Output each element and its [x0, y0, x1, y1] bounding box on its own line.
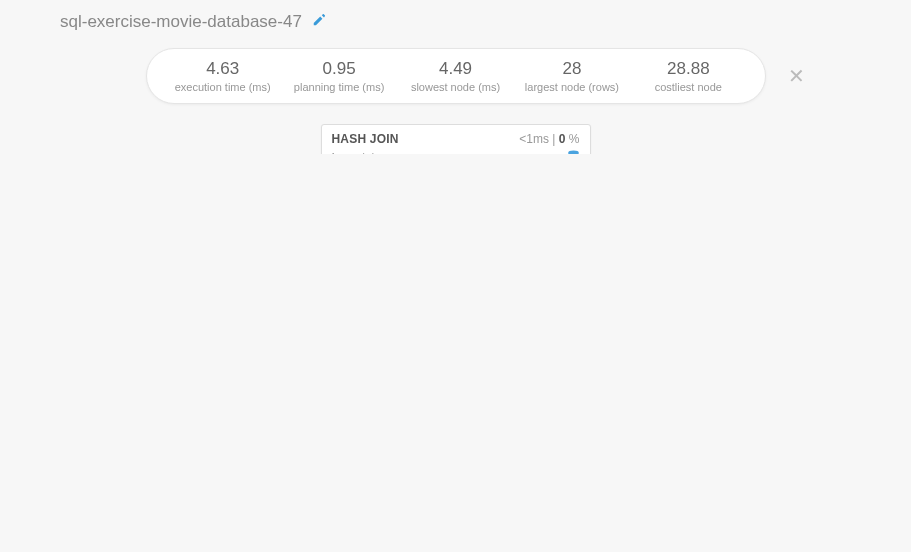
stat-largest-node: 28 largest node (rows): [514, 59, 630, 93]
edit-title-button[interactable]: [312, 12, 326, 32]
db-icon[interactable]: [567, 150, 580, 154]
stat-value: 28.88: [630, 59, 746, 79]
stat-planning-time: 0.95 planning time (ms): [281, 59, 397, 93]
stat-execution-time: 4.63 execution time (ms): [165, 59, 281, 93]
stat-label: execution time (ms): [165, 81, 281, 93]
plan-title: sql-exercise-movie-database-47: [60, 12, 302, 32]
stats-bar: 4.63 execution time (ms) 0.95 planning t…: [146, 48, 766, 104]
stat-label: planning time (ms): [281, 81, 397, 93]
node-hash-join[interactable]: HASH JOIN <1ms | 0 % Inner join on (rati…: [321, 124, 591, 154]
stat-label: costliest node: [630, 81, 746, 93]
close-button[interactable]: ✕: [788, 64, 805, 88]
node-join-type: Inner join: [332, 151, 561, 155]
stat-costliest-node: 28.88 costliest node: [630, 59, 746, 93]
stat-value: 4.49: [397, 59, 513, 79]
stat-label: slowest node (ms): [397, 81, 513, 93]
stat-value: 4.63: [165, 59, 281, 79]
stat-value: 28: [514, 59, 630, 79]
node-metrics: <1ms | 0 %: [519, 132, 579, 146]
pencil-icon: [312, 13, 326, 27]
stat-label: largest node (rows): [514, 81, 630, 93]
stat-slowest-node: 4.49 slowest node (ms): [397, 59, 513, 93]
node-title: HASH JOIN: [332, 132, 399, 146]
stat-value: 0.95: [281, 59, 397, 79]
